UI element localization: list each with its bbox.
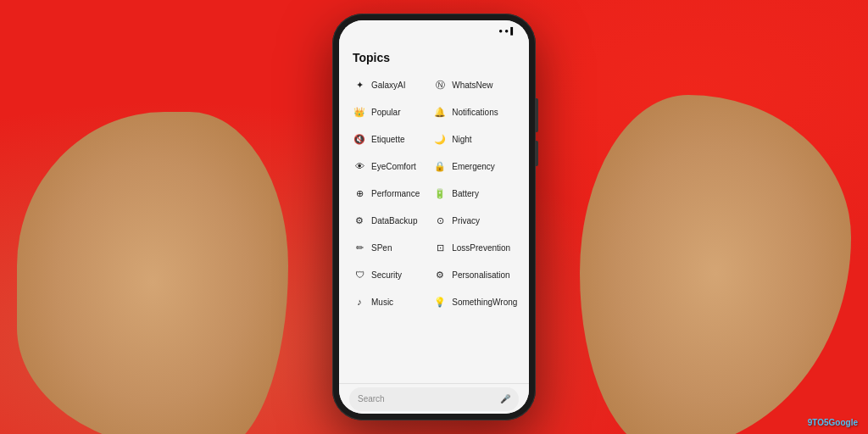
watermark: 9TO5Google bbox=[808, 418, 858, 427]
page-title: Topics bbox=[339, 47, 529, 71]
performance-label: Performance bbox=[371, 189, 420, 198]
popular-label: Popular bbox=[371, 108, 400, 117]
status-bar: ● ● ▌ bbox=[339, 20, 529, 41]
data-backup-label: DataBackup bbox=[371, 216, 417, 225]
privacy-label: Privacy bbox=[452, 216, 480, 225]
topic-performance[interactable]: ⊕ Performance bbox=[346, 180, 426, 207]
search-input-area[interactable]: Search 🎤 bbox=[349, 387, 519, 411]
whats-new-icon: Ⓝ bbox=[433, 78, 447, 92]
something-wrong-icon: 💡 bbox=[433, 295, 447, 309]
popular-icon: 👑 bbox=[353, 105, 366, 119]
phone: ● ● ▌ Topics ✦ GalaxyAI Ⓝ WhatsNew 👑 Pop… bbox=[332, 14, 536, 420]
performance-icon: ⊕ bbox=[353, 186, 366, 200]
topic-loss-prevention[interactable]: ⊡ LossPrevention bbox=[426, 234, 524, 261]
topic-security[interactable]: 🛡 Security bbox=[346, 261, 426, 288]
topic-notifications[interactable]: 🔔 Notifications bbox=[426, 98, 524, 125]
notifications-icon: 🔔 bbox=[433, 105, 447, 119]
night-icon: 🌙 bbox=[433, 132, 447, 146]
topic-data-backup[interactable]: ⚙ DataBackup bbox=[346, 207, 426, 234]
topic-popular[interactable]: 👑 Popular bbox=[346, 98, 426, 125]
search-placeholder: Search bbox=[358, 394, 495, 403]
music-icon: ♪ bbox=[353, 295, 366, 309]
personalisation-label: Personalisation bbox=[452, 270, 509, 280]
watermark-part2: Google bbox=[829, 418, 858, 427]
s-pen-icon: ✏ bbox=[353, 241, 366, 254]
topic-privacy[interactable]: ⊙ Privacy bbox=[426, 207, 524, 234]
topic-music[interactable]: ♪ Music bbox=[346, 288, 426, 315]
topics-grid: ✦ GalaxyAI Ⓝ WhatsNew 👑 Popular 🔔 Notifi… bbox=[339, 71, 529, 315]
hand-left bbox=[17, 112, 288, 434]
volume-button bbox=[536, 141, 538, 166]
topic-whats-new[interactable]: Ⓝ WhatsNew bbox=[426, 71, 524, 98]
topic-etiquette[interactable]: 🔇 Etiquette bbox=[346, 125, 426, 153]
topic-something-wrong[interactable]: 💡 SomethingWrong bbox=[426, 288, 524, 315]
topic-galaxy-ai[interactable]: ✦ GalaxyAI bbox=[346, 71, 426, 98]
etiquette-icon: 🔇 bbox=[353, 132, 366, 146]
galaxy-ai-icon: ✦ bbox=[353, 78, 366, 92]
battery-icon: 🔋 bbox=[433, 186, 447, 200]
power-button bbox=[536, 98, 538, 132]
s-pen-label: SPen bbox=[371, 243, 392, 253]
content-area[interactable]: Topics ✦ GalaxyAI Ⓝ WhatsNew 👑 Popular 🔔… bbox=[339, 41, 529, 383]
etiquette-label: Etiquette bbox=[371, 135, 404, 144]
personalisation-icon: ⚙ bbox=[433, 268, 447, 281]
privacy-icon: ⊙ bbox=[433, 214, 447, 227]
galaxy-ai-label: GalaxyAI bbox=[371, 81, 406, 90]
security-label: Security bbox=[371, 270, 402, 280]
topic-night[interactable]: 🌙 Night bbox=[426, 125, 524, 153]
search-bar[interactable]: Search 🎤 bbox=[339, 383, 529, 414]
emergency-icon: 🔒 bbox=[433, 159, 447, 173]
notifications-label: Notifications bbox=[452, 108, 498, 117]
topic-emergency[interactable]: 🔒 Emergency bbox=[426, 153, 524, 180]
something-wrong-label: SomethingWrong bbox=[452, 298, 517, 307]
emergency-label: Emergency bbox=[452, 162, 495, 171]
eye-comfort-icon: 👁 bbox=[353, 159, 366, 173]
whats-new-label: WhatsNew bbox=[452, 81, 492, 90]
topic-eye-comfort[interactable]: 👁 EyeComfort bbox=[346, 153, 426, 180]
microphone-icon[interactable]: 🎤 bbox=[500, 394, 510, 403]
battery-label: Battery bbox=[452, 189, 479, 198]
night-label: Night bbox=[452, 135, 471, 144]
loss-prevention-icon: ⊡ bbox=[433, 241, 447, 254]
status-icons: ● ● ▌ bbox=[498, 27, 515, 35]
security-icon: 🛡 bbox=[353, 268, 366, 281]
music-label: Music bbox=[371, 298, 393, 307]
topic-s-pen[interactable]: ✏ SPen bbox=[346, 234, 426, 261]
topic-personalisation[interactable]: ⚙ Personalisation bbox=[426, 261, 524, 288]
eye-comfort-label: EyeComfort bbox=[371, 162, 416, 171]
watermark-part1: 9TO5 bbox=[808, 418, 829, 427]
topic-battery[interactable]: 🔋 Battery bbox=[426, 180, 524, 207]
loss-prevention-label: LossPrevention bbox=[452, 243, 510, 253]
phone-screen: ● ● ▌ Topics ✦ GalaxyAI Ⓝ WhatsNew 👑 Pop… bbox=[339, 20, 529, 414]
data-backup-icon: ⚙ bbox=[353, 214, 366, 227]
